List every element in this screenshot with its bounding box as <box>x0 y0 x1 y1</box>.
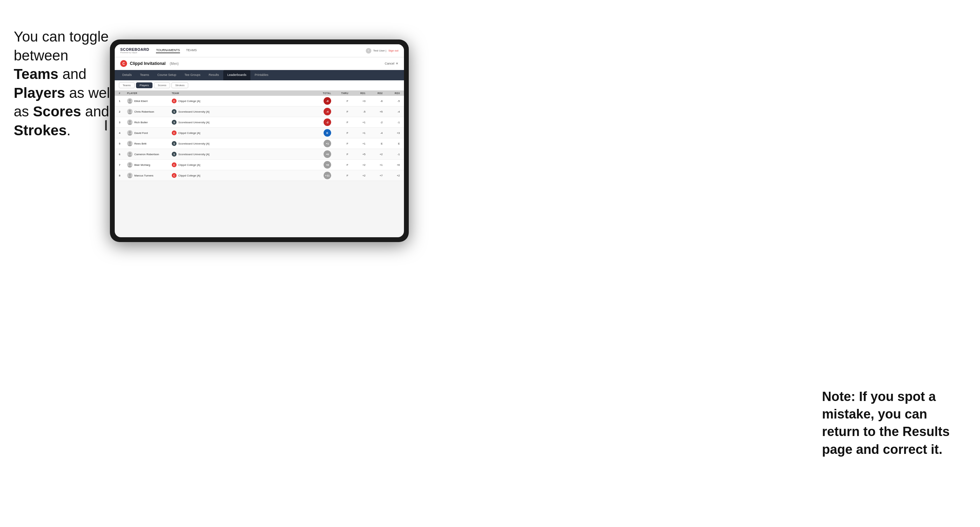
subtab-scores[interactable]: Scores <box>154 83 170 88</box>
cell-player: Elliot Ebert <box>127 98 172 104</box>
tournament-title-row: C Clippd Invitational (Men) <box>120 60 179 67</box>
table-header: # PLAYER TEAM TOTAL THRU RD1 RD2 RD3 <box>115 90 404 96</box>
player-name: Rees Britt <box>134 142 146 145</box>
cell-rd3: -1 <box>383 121 400 124</box>
svg-point-2 <box>128 102 132 104</box>
table-row: 6 Cameron Robertson S Scoreboard Univers… <box>115 149 404 160</box>
nav-right: T Test User | Sign out <box>366 48 398 54</box>
nav-link-tournaments[interactable]: TOURNAMENTS <box>156 48 180 53</box>
cell-rd1: +1 <box>348 121 366 124</box>
cell-player: Cameron Robertson <box>127 151 172 157</box>
cell-thru: F <box>331 100 348 103</box>
cell-total: -8 <box>310 97 331 105</box>
subtab-teams[interactable]: Teams <box>119 83 135 88</box>
player-avatar <box>127 173 133 178</box>
col-team: TEAM <box>172 92 234 94</box>
tab-tee-groups[interactable]: Tee Groups <box>180 70 205 80</box>
team-name: Clippd College [A] <box>178 163 200 167</box>
player-avatar <box>127 98 133 104</box>
cell-player: Blair McHarg <box>127 162 172 168</box>
col-total: TOTAL <box>310 92 331 94</box>
team-logo: S <box>172 120 177 125</box>
cell-team: S Scoreboard University [A] <box>172 109 234 114</box>
subtab-strokes[interactable]: Strokes <box>172 83 188 88</box>
col-player: PLAYER <box>127 92 172 94</box>
svg-point-11 <box>129 152 131 155</box>
tab-leaderboards[interactable]: Leaderboards <box>223 70 251 80</box>
team-name: Scoreboard University [A] <box>178 110 210 113</box>
svg-point-4 <box>128 113 132 115</box>
cell-rd2: +5 <box>366 110 383 113</box>
cell-team: C Clippd College [A] <box>172 173 234 178</box>
tab-results[interactable]: Results <box>205 70 223 80</box>
cell-team: S Scoreboard University [A] <box>172 152 234 157</box>
cell-rd1: +3 <box>348 100 366 103</box>
team-logo: C <box>172 130 177 135</box>
player-avatar <box>127 162 133 168</box>
score-badge-total: E <box>324 129 331 137</box>
tournament-name: Clippd Invitational <box>130 61 165 66</box>
cell-total: +1 <box>310 140 331 147</box>
cell-rd1: +2 <box>348 174 366 177</box>
cell-total: -2 <box>310 119 331 126</box>
table-row: 4 David Ford C Clippd College [A] E F <box>115 128 404 138</box>
cell-thru: F <box>331 174 348 177</box>
cell-rd3: +6 <box>383 163 400 167</box>
tab-teams[interactable]: Teams <box>136 70 154 80</box>
cell-rd2: -2 <box>366 121 383 124</box>
nav-links: TOURNAMENTS TEAMS <box>156 48 366 53</box>
svg-point-14 <box>128 166 132 168</box>
cell-team: S Scoreboard University [A] <box>172 141 234 146</box>
team-name: Scoreboard University [A] <box>178 153 210 156</box>
scoreboard-logo: SCOREBOARD Powered by clippd <box>120 48 149 54</box>
cell-thru: F <box>331 121 348 124</box>
cell-total: +11 <box>310 171 331 179</box>
cell-team: C Clippd College [A] <box>172 98 234 103</box>
cell-rank: 7 <box>119 163 127 167</box>
nav-link-teams[interactable]: TEAMS <box>186 48 197 53</box>
cancel-button[interactable]: Cancel ✕ <box>385 62 398 65</box>
top-nav: SCOREBOARD Powered by clippd TOURNAMENTS… <box>115 44 404 57</box>
team-logo: S <box>172 152 177 157</box>
svg-point-9 <box>129 142 131 144</box>
table-row: 3 Rich Butler S Scoreboard University [A… <box>115 117 404 128</box>
tab-bar: Details Teams Course Setup Tee Groups Re… <box>115 70 404 80</box>
signout-link[interactable]: Sign out <box>388 49 398 52</box>
cell-rd1: +1 <box>348 132 366 135</box>
cell-rd1: -5 <box>348 110 366 113</box>
tablet-screen: SCOREBOARD Powered by clippd TOURNAMENTS… <box>115 44 404 237</box>
subtab-players[interactable]: Players <box>136 83 153 88</box>
tab-course-setup[interactable]: Course Setup <box>153 70 180 80</box>
cell-rank: 4 <box>119 132 127 135</box>
cell-total: +8 <box>310 161 331 168</box>
player-name: Chris Robertson <box>134 110 154 113</box>
cell-rd1: +1 <box>348 142 366 145</box>
svg-point-8 <box>128 134 132 136</box>
cell-rd2: +1 <box>366 163 383 167</box>
player-avatar <box>127 109 133 114</box>
right-annotation-text: Note: If you spot a mistake, you can ret… <box>822 389 950 457</box>
svg-point-5 <box>129 121 131 123</box>
col-thru: THRU <box>331 92 348 94</box>
sub-tab-bar: Teams Players Scores Strokes <box>115 80 404 90</box>
player-name: Elliot Ebert <box>134 100 148 103</box>
cell-rd3: -1 <box>383 153 400 156</box>
table-row: 2 Chris Robertson S Scoreboard Universit… <box>115 106 404 117</box>
cell-rd1: +5 <box>348 153 366 156</box>
tablet-device: SCOREBOARD Powered by clippd TOURNAMENTS… <box>110 40 409 242</box>
svg-point-10 <box>128 144 132 147</box>
table-row: 1 Elliot Ebert C Clippd College [A] -8 <box>115 96 404 106</box>
cell-player: Rich Butler <box>127 119 172 125</box>
cell-rd3: -4 <box>383 110 400 113</box>
player-name: Cameron Robertson <box>134 153 159 156</box>
player-name: Blair McHarg <box>134 163 150 167</box>
player-name: Rich Butler <box>134 121 148 124</box>
player-name: David Ford <box>134 132 148 135</box>
cell-rank: 5 <box>119 142 127 145</box>
player-avatar <box>127 119 133 125</box>
tab-details[interactable]: Details <box>118 70 136 80</box>
player-avatar <box>127 141 133 146</box>
logo-title: SCOREBOARD <box>120 48 149 51</box>
cell-rank: 6 <box>119 153 127 156</box>
tab-printables[interactable]: Printables <box>250 70 272 80</box>
